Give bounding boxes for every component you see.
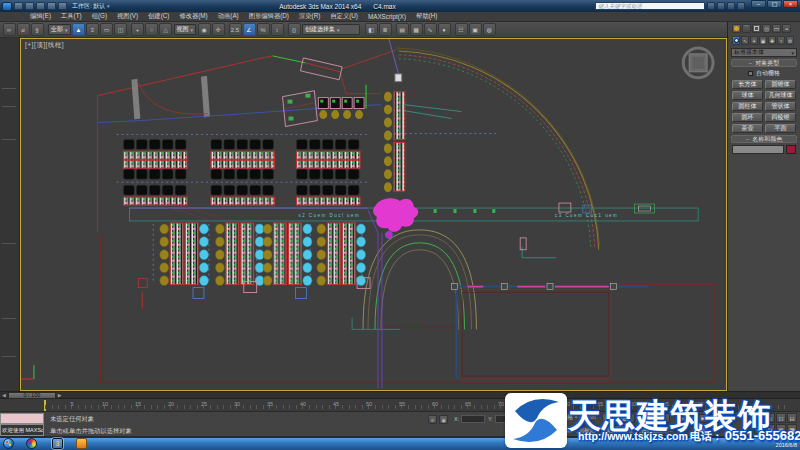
object-name-field[interactable] xyxy=(732,145,784,154)
menu-create[interactable]: 创建(C) xyxy=(143,12,174,21)
rendered-frame-icon[interactable]: ▣ xyxy=(469,23,482,36)
next-key-icon[interactable]: ▶ xyxy=(709,414,719,423)
select-move-icon[interactable]: + xyxy=(131,23,144,36)
layer-manager-icon[interactable]: ▤ xyxy=(396,23,409,36)
minimize-button[interactable]: – xyxy=(751,0,766,8)
key-filters-button[interactable]: 关键点过滤器... xyxy=(638,425,670,435)
teapot-button[interactable]: 茶壶 xyxy=(732,124,763,133)
menu-maxscript[interactable]: MAXScript(X) xyxy=(363,13,411,20)
time-slider[interactable]: ◀ 0 / 100 ▶ xyxy=(0,391,800,399)
communication-center-icon[interactable] xyxy=(717,2,725,10)
snaps-toggle-icon[interactable]: 2.5 xyxy=(229,23,242,36)
angle-snap-icon[interactable]: ∠ xyxy=(243,23,256,36)
tab-display[interactable]: ▭ xyxy=(772,24,781,33)
viewport-top[interactable]: s2 Cuem Ducl uem c3 Cuem Cuc1 uem xyxy=(20,38,727,391)
select-rotate-icon[interactable]: ○ xyxy=(145,23,158,36)
go-end-icon[interactable]: ▶| xyxy=(720,414,730,423)
viewport-toggle-icon[interactable]: ▦ xyxy=(787,424,797,434)
subtab-helpers[interactable]: ✚ xyxy=(768,36,776,45)
app-menu-button[interactable] xyxy=(2,2,12,11)
subtab-systems[interactable]: ⚙ xyxy=(786,36,794,45)
menu-rendering[interactable]: 渲染(R) xyxy=(294,12,325,21)
menu-help[interactable]: 帮助(H) xyxy=(411,12,442,21)
subtab-cameras[interactable]: ▣ xyxy=(759,36,767,45)
plan-bottom-room[interactable] xyxy=(452,203,655,379)
go-start-icon[interactable]: |◀ xyxy=(676,414,686,423)
floor-plan[interactable]: s2 Cuem Ducl uem c3 Cuem Cuc1 uem xyxy=(21,39,714,388)
pan-icon[interactable]: ✥ xyxy=(754,424,764,434)
autogrid-checkbox-row[interactable]: 自动栅格 xyxy=(728,69,800,78)
help-icon[interactable] xyxy=(737,2,745,10)
maximize-viewport-icon[interactable]: ⊠ xyxy=(776,424,786,434)
viewport-label[interactable]: [+][顶][线框] xyxy=(25,41,64,50)
plan-curved-arcade[interactable] xyxy=(396,48,600,250)
auto-key-button[interactable]: 自动关键点 xyxy=(602,413,635,423)
pyramid-button[interactable]: 四棱锥 xyxy=(765,113,796,122)
cone-button[interactable]: 圆锥体 xyxy=(765,80,796,89)
open-file-icon[interactable] xyxy=(25,2,34,10)
taskbar-3dsmax-icon[interactable]: 3 xyxy=(52,438,63,449)
isolate-selection-icon[interactable]: ⊘ xyxy=(428,415,437,424)
new-file-icon[interactable] xyxy=(14,2,23,10)
plan-selected-highlight[interactable] xyxy=(373,198,418,238)
menu-group[interactable]: 组(G) xyxy=(87,12,112,21)
time-slider-handle[interactable]: 0 / 100 xyxy=(8,392,56,399)
orbit-icon[interactable]: ↻ xyxy=(765,424,775,434)
reference-coord-dropdown[interactable]: 视图▾ xyxy=(174,24,197,35)
tab-modify[interactable]: ⌒ xyxy=(742,24,751,33)
close-button[interactable]: × xyxy=(783,0,798,8)
box-button[interactable]: 长方体 xyxy=(732,80,763,89)
named-sets-dropdown[interactable]: 创建选择集▾ xyxy=(302,24,360,35)
menu-tools[interactable]: 工具(T) xyxy=(56,12,87,21)
select-object-icon[interactable]: ▲ xyxy=(72,23,85,36)
subtab-spacewarps[interactable]: ≈ xyxy=(777,36,785,45)
save-file-icon[interactable] xyxy=(36,2,45,10)
plan-purple-pipes[interactable] xyxy=(368,210,382,388)
select-scale-icon[interactable]: △ xyxy=(159,23,172,36)
graphite-ribbon-icon[interactable]: ▦ xyxy=(410,23,423,36)
z-coord-field[interactable] xyxy=(529,415,553,423)
percent-snap-icon[interactable]: % xyxy=(257,23,270,36)
subtab-geometry[interactable] xyxy=(732,36,740,45)
maxscript-mini-listener[interactable]: 欢迎使用 MAXScript xyxy=(0,424,44,436)
object-color-swatch[interactable] xyxy=(786,145,796,154)
tube-button[interactable]: 管状体 xyxy=(765,102,796,111)
zoom-all-icon[interactable]: ⊞ xyxy=(765,413,775,423)
torus-button[interactable]: 圆环 xyxy=(732,113,763,122)
align-icon[interactable]: ≣ xyxy=(379,23,392,36)
viewport-canvas[interactable]: s2 Cuem Ducl uem c3 Cuem Cuc1 uem xyxy=(21,39,726,390)
subtab-shapes[interactable]: ∿ xyxy=(741,36,749,45)
zoom-region-icon[interactable]: ⊟ xyxy=(787,413,797,423)
cylinder-button[interactable]: 圆柱体 xyxy=(732,102,763,111)
menu-graph-editors[interactable]: 图形编辑器(D) xyxy=(244,12,294,21)
tab-create[interactable] xyxy=(732,24,741,33)
primitive-category-dropdown[interactable]: 标准基本体 ▾ xyxy=(731,48,797,57)
x-coord-field[interactable] xyxy=(461,415,485,423)
tab-hierarchy[interactable] xyxy=(752,24,761,33)
select-manipulate-icon[interactable]: ✢ xyxy=(212,23,225,36)
selected-filter-dropdown[interactable]: 选定对象 xyxy=(638,413,670,423)
zoom-icon[interactable]: ⊕ xyxy=(754,413,764,423)
mirror-icon[interactable]: ◧ xyxy=(365,23,378,36)
prev-frame-icon[interactable]: ◀ xyxy=(0,392,8,398)
tab-utilities[interactable]: ⌁ xyxy=(782,24,791,33)
y-coord-field[interactable] xyxy=(495,415,519,423)
maximize-button[interactable]: ▢ xyxy=(767,0,782,8)
select-by-name-icon[interactable]: ≡ xyxy=(86,23,99,36)
sphere-button[interactable]: 球体 xyxy=(732,91,763,100)
workspace-dropdown[interactable]: 工作区: 默认 ▾ xyxy=(69,2,113,11)
selection-lock-icon[interactable]: ▣ xyxy=(439,415,448,424)
rect-selection-region-icon[interactable]: ▭ xyxy=(100,23,113,36)
name-color-rollout[interactable]: − 名称和颜色 xyxy=(731,135,797,143)
selection-filter-dropdown[interactable]: 全部▾ xyxy=(48,24,71,35)
subtab-lights[interactable]: ☀ xyxy=(750,36,758,45)
play-icon[interactable]: ▶ xyxy=(698,414,708,423)
plan-dining-row-b[interactable] xyxy=(123,185,360,205)
checkbox-icon[interactable] xyxy=(748,71,753,76)
plane-button[interactable]: 平面 xyxy=(765,124,796,133)
unlink-icon[interactable]: ⌀ xyxy=(17,23,30,36)
taskbar-folder-icon[interactable] xyxy=(76,438,87,449)
geosphere-button[interactable]: 几何球体 xyxy=(765,91,796,100)
plan-horseshoe-stair[interactable] xyxy=(352,230,476,329)
plan-vertical-booths[interactable] xyxy=(384,74,462,192)
